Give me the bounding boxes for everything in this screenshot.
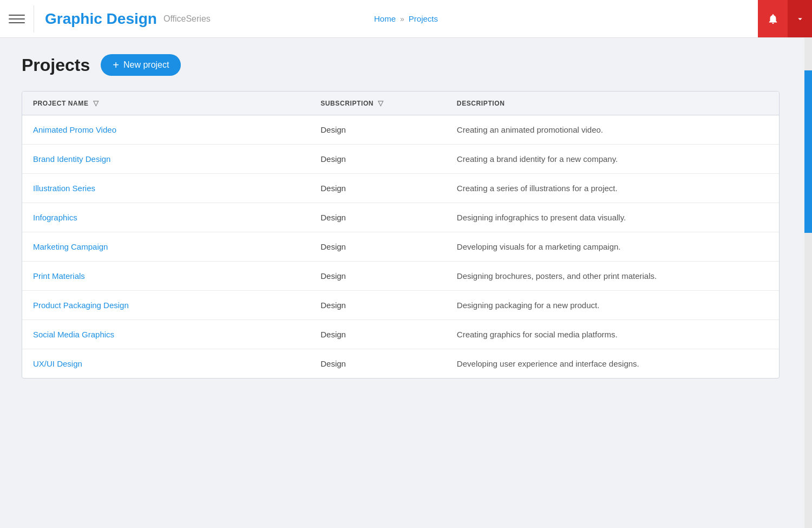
description-cell: Creating an animated promotional video. xyxy=(446,115,779,145)
project-name-link[interactable]: Illustration Series xyxy=(33,184,95,193)
nav-home-link[interactable]: Home xyxy=(374,14,396,23)
table-row: UX/UI DesignDesignDeveloping user experi… xyxy=(22,349,779,379)
new-project-label: New project xyxy=(123,60,169,70)
col-header-subscription: SUBSCRIPTION ▽ xyxy=(310,92,446,115)
subscription-cell: Design xyxy=(310,291,446,320)
subscription-cell: Design xyxy=(310,320,446,349)
project-name-cell: Marketing Campaign xyxy=(22,232,310,262)
bell-icon xyxy=(767,13,779,25)
subscription-cell: Design xyxy=(310,232,446,262)
description-cell: Designing brochures, posters, and other … xyxy=(446,262,779,291)
project-name-link[interactable]: Marketing Campaign xyxy=(33,242,108,251)
project-name-link[interactable]: UX/UI Design xyxy=(33,359,82,368)
table-row: Social Media GraphicsDesignCreating grap… xyxy=(22,320,779,349)
table-row: InfographicsDesignDesigning infographics… xyxy=(22,203,779,232)
app-title: Graphic Design xyxy=(45,10,157,28)
project-name-cell: Print Materials xyxy=(22,262,310,291)
description-cell: Designing infographics to present data v… xyxy=(446,203,779,232)
header-right xyxy=(758,0,812,37)
app-header: Graphic Design OfficeSeries Home » Proje… xyxy=(0,0,812,38)
projects-table-wrapper: PROJECT NAME ▽ SUBSCRIPTION ▽ DESCRIPTIO… xyxy=(22,91,780,379)
project-name-cell: UX/UI Design xyxy=(22,349,310,379)
project-name-cell: Product Packaging Design xyxy=(22,291,310,320)
plus-icon: + xyxy=(113,60,119,70)
breadcrumb: Home » Projects xyxy=(374,14,438,23)
subscription-cell: Design xyxy=(310,145,446,174)
project-name-link[interactable]: Infographics xyxy=(33,213,77,222)
subscription-cell: Design xyxy=(310,262,446,291)
subscription-cell: Design xyxy=(310,115,446,145)
project-name-cell: Brand Identity Design xyxy=(22,145,310,174)
new-project-button[interactable]: + New project xyxy=(101,54,181,76)
filter-project-name-icon[interactable]: ▽ xyxy=(93,99,99,107)
project-name-link[interactable]: Brand Identity Design xyxy=(33,154,110,164)
project-name-link[interactable]: Product Packaging Design xyxy=(33,301,129,310)
projects-table: PROJECT NAME ▽ SUBSCRIPTION ▽ DESCRIPTIO… xyxy=(22,92,779,378)
table-row: Print MaterialsDesignDesigning brochures… xyxy=(22,262,779,291)
description-cell: Designing packaging for a new product. xyxy=(446,291,779,320)
table-row: Product Packaging DesignDesignDesigning … xyxy=(22,291,779,320)
nav-current-link[interactable]: Projects xyxy=(409,14,438,23)
subscription-cell: Design xyxy=(310,174,446,203)
project-name-cell: Animated Promo Video xyxy=(22,115,310,145)
page-title-row: Projects + New project xyxy=(22,54,790,76)
table-header: PROJECT NAME ▽ SUBSCRIPTION ▽ DESCRIPTIO… xyxy=(22,92,779,115)
table-row: Illustration SeriesDesignCreating a seri… xyxy=(22,174,779,203)
description-cell: Creating a series of illustrations for a… xyxy=(446,174,779,203)
col-header-description: DESCRIPTION xyxy=(446,92,779,115)
header-divider xyxy=(34,5,34,32)
user-dropdown-button[interactable] xyxy=(788,0,812,37)
table-body: Animated Promo VideoDesignCreating an an… xyxy=(22,115,779,379)
project-name-cell: Infographics xyxy=(22,203,310,232)
app-subtitle: OfficeSeries xyxy=(163,14,211,24)
menu-icon[interactable] xyxy=(9,15,25,23)
filter-subscription-icon[interactable]: ▽ xyxy=(378,99,384,107)
project-name-cell: Illustration Series xyxy=(22,174,310,203)
col-header-project-name: PROJECT NAME ▽ xyxy=(22,92,310,115)
project-name-link[interactable]: Animated Promo Video xyxy=(33,125,116,134)
table-row: Brand Identity DesignDesignCreating a br… xyxy=(22,145,779,174)
project-name-cell: Social Media Graphics xyxy=(22,320,310,349)
description-cell: Creating graphics for social media platf… xyxy=(446,320,779,349)
description-cell: Developing visuals for a marketing campa… xyxy=(446,232,779,262)
subscription-cell: Design xyxy=(310,203,446,232)
description-cell: Developing user experience and interface… xyxy=(446,349,779,379)
page-title: Projects xyxy=(22,55,90,75)
table-row: Marketing CampaignDesignDeveloping visua… xyxy=(22,232,779,262)
project-name-link[interactable]: Social Media Graphics xyxy=(33,330,114,339)
table-row: Animated Promo VideoDesignCreating an an… xyxy=(22,115,779,145)
notifications-button[interactable] xyxy=(758,0,788,37)
chevron-down-icon xyxy=(795,14,805,24)
main-content: Projects + New project PROJECT NAME ▽ xyxy=(0,38,812,528)
scrollbar-thumb[interactable] xyxy=(804,70,812,233)
subscription-cell: Design xyxy=(310,349,446,379)
project-name-link[interactable]: Print Materials xyxy=(33,271,85,281)
scrollbar[interactable] xyxy=(804,38,812,528)
nav-separator: » xyxy=(400,15,404,23)
description-cell: Creating a brand identity for a new comp… xyxy=(446,145,779,174)
